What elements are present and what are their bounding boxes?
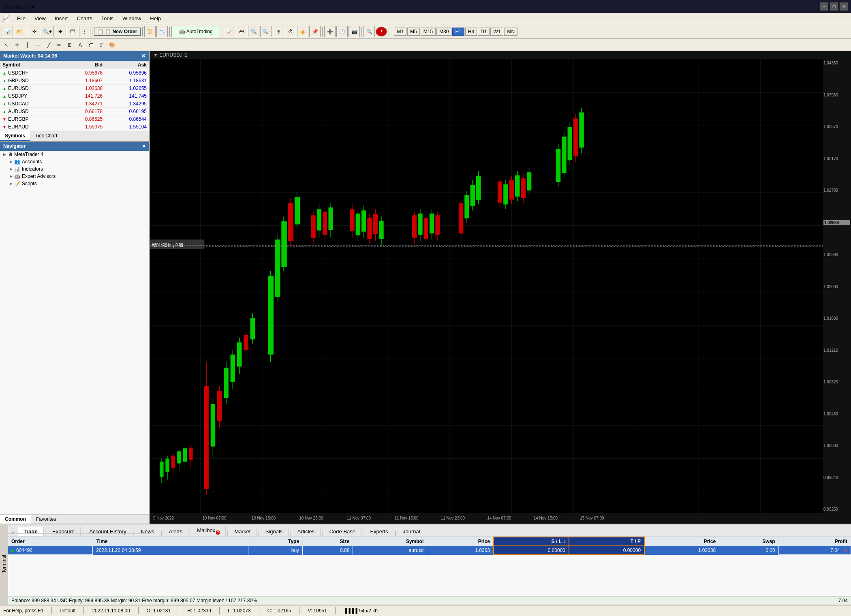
crosshair-tool[interactable]: ✛ [12,40,22,50]
main-layout: Market Watch: 04:14:36 ✕ Symbol Bid Ask … [0,51,851,524]
tab-journal[interactable]: Journal [397,527,426,536]
zoom-out-button[interactable]: 🔍- [260,26,272,37]
nav-item-scripts[interactable]: ▶ 📝 Scripts [0,180,149,187]
text-tool[interactable]: A [75,40,85,50]
bottom-panel-close-button[interactable]: ✕ [10,530,16,536]
tf-m1[interactable]: M1 [394,28,406,36]
tf-mn[interactable]: MN [504,28,517,36]
menu-help[interactable]: Help [146,14,165,23]
templates-button[interactable]: 🗃 [236,26,247,37]
mw-tab-symbols[interactable]: Symbols [0,131,30,141]
status-div-1 [51,607,52,614]
menu-view[interactable]: View [30,14,50,23]
tab-mailbox[interactable]: Mailbox7 [191,526,226,536]
vertical-line-tool[interactable]: │ [23,40,32,50]
trade-table-wrapper[interactable]: Order Time Type Size Symbol Price S / L … [8,537,851,596]
menu-file[interactable]: File [13,14,30,23]
label-tool[interactable]: 🏷 [86,40,96,50]
smart-lines-button[interactable]: 📌 [309,26,321,37]
fib-tool[interactable]: ℱ [96,40,106,50]
new-chart-button[interactable]: 📊 [2,26,13,37]
svg-rect-111 [515,175,520,197]
nav-tab-favorites[interactable]: Favorites [31,515,61,524]
tab-experts[interactable]: Experts [364,527,394,536]
tf-w1[interactable]: W1 [490,28,503,36]
menu-charts[interactable]: Charts [73,14,96,23]
nav-tab-common[interactable]: Common [0,515,31,524]
indicators-button[interactable]: 📈 [224,26,235,37]
list-item[interactable]: ▲ AUDUSD 0.66178 0.66195 [0,108,149,116]
nav-item-experts[interactable]: ▶ 🤖 Expert Advisors [0,173,149,180]
list-item[interactable]: ▲ GBPUSD 1.18607 1.18631 [0,77,149,85]
tab-articles[interactable]: Articles [292,527,321,536]
time-axis: 9 Nov 2022 10 Nov 07:00 10 Nov 15:00 10 … [150,513,851,523]
pen-tool[interactable]: ✏ [54,40,64,50]
chart-canvas[interactable]: #604496 buy 0.88 [150,59,823,513]
grid-tool[interactable]: ⊞ [65,40,75,50]
nav-item-mt4[interactable]: ▶ 🖥 MetaTrader 4 [0,151,149,158]
terminal-label[interactable]: Terminal [1,555,7,573]
tab-exposure[interactable]: Exposure [47,527,81,536]
order-close-button[interactable]: ✕ [843,548,847,553]
high-text: H: 1.02339 [187,608,211,614]
time-label-5: 11 Nov 07:00 [347,516,371,520]
zoom-in-button[interactable]: 🔍+ [41,26,54,37]
history-button[interactable]: 📜 [144,26,156,37]
tab-alerts[interactable]: Alerts [163,527,188,536]
tab-market[interactable]: Market [229,527,257,536]
nav-item-accounts[interactable]: ▶ 👥 Accounts [0,158,149,165]
terminal-side[interactable]: Terminal [0,524,8,605]
list-item[interactable]: ▲ USDCHF 0.95676 0.95696 [0,69,149,77]
list-item[interactable]: ▲ EURUSD 1.02638 1.02655 [0,85,149,92]
screenshot-button[interactable]: 📷 [349,26,360,37]
tf-m30[interactable]: M30 [436,28,451,36]
trendline-tool[interactable]: ╱ [44,40,53,50]
open-button[interactable]: 📂 [14,26,25,37]
time-button[interactable]: 🕐 [336,26,348,37]
search-button[interactable]: 🔍 [363,26,375,37]
chart-area[interactable]: ▼ EURUSD.H1 [150,51,851,524]
mw-tab-tickchart[interactable]: Tick Chart [30,131,62,141]
minimize-button[interactable]: − [820,2,828,11]
close-button[interactable]: ✕ [840,2,848,11]
grid-button[interactable]: ⊞ [273,26,284,37]
menu-tools[interactable]: Tools [97,14,118,23]
tf-d1[interactable]: D1 [478,28,490,36]
zoom-in2-button[interactable]: 🔍 [248,26,259,37]
tab-trade[interactable]: Trade [18,527,44,536]
horizontal-line-tool[interactable]: ─ [33,40,43,50]
alert-button[interactable]: ! [376,27,387,36]
one-click-button[interactable]: ☝ [297,26,308,37]
move-button[interactable]: ✥ [55,26,66,37]
list-item[interactable]: ▲ USDJPY 141.726 141.745 [0,92,149,100]
crosshair-button[interactable]: ✛ [29,26,40,37]
nav-item-indicators[interactable]: ▶ 📊 Indicators [0,165,149,173]
list-item[interactable]: ▼ EURGBP 0.86525 0.86544 [0,116,149,123]
tf-m15[interactable]: M15 [421,28,436,36]
tab-account-history[interactable]: Account History [83,527,132,536]
tf-m5[interactable]: M5 [407,28,420,36]
table-row[interactable]: ▶ 604496 2022.11.22 04:08:59 buy 0.88 eu… [8,546,851,555]
menu-window[interactable]: Window [118,14,145,23]
autotrading-button[interactable]: 🤖 AutoTrading [171,26,220,37]
zoom-chart-button[interactable]: 🗖 [67,26,78,37]
period-sep-button[interactable]: ⋮ [79,26,90,37]
tf-h1[interactable]: H1 [452,28,464,36]
plus-button[interactable]: ➕ [324,26,336,37]
color-picker[interactable]: 🎨 [107,40,117,50]
tf-h4[interactable]: H4 [465,28,477,36]
list-item[interactable]: ▲ USDCAD 1.34271 1.34295 [0,100,149,108]
new-order-button[interactable]: 📋 📋 New Order [94,28,141,36]
menu-insert[interactable]: Insert [51,14,72,23]
navigator-panel: Navigator ✕ ▶ 🖥 MetaTrader 4 ▶ 👥 Account… [0,142,149,514]
maximize-button[interactable]: □ [830,2,838,11]
market-watch-close-button[interactable]: ✕ [141,53,146,59]
chart-bar-button[interactable]: 📉 [156,26,168,37]
period-button[interactable]: ⏱ [285,26,296,37]
select-tool[interactable]: ↖ [2,40,11,50]
tab-news[interactable]: News [135,527,160,536]
tab-codebase[interactable]: Code Base [324,527,361,536]
tab-signals[interactable]: Signals [260,527,289,536]
navigator-close-button[interactable]: ✕ [142,143,146,149]
list-item[interactable]: ▼ EURAUD 1.55075 1.55104 [0,123,149,131]
